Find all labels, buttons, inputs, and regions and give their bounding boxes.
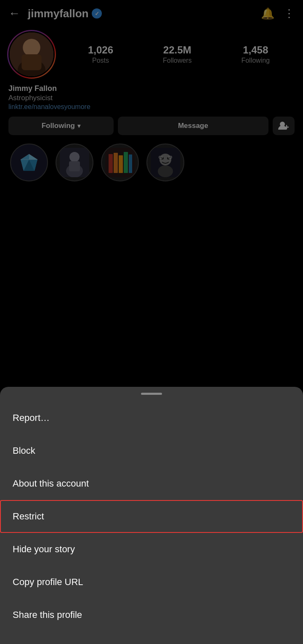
sheet-handle-bar — [141, 393, 162, 395]
block-menu-item[interactable]: Block — [0, 434, 303, 467]
about-account-menu-item[interactable]: About this account — [0, 467, 303, 500]
hide-story-menu-item[interactable]: Hide your story — [0, 533, 303, 566]
restrict-menu-item[interactable]: Restrict — [0, 500, 303, 533]
sheet-menu: Report… Block About this account Restric… — [0, 397, 303, 644]
share-profile-menu-item[interactable]: Share this profile — [0, 599, 303, 631]
copy-url-menu-item[interactable]: Copy profile URL — [0, 566, 303, 599]
dim-overlay — [0, 0, 303, 286]
report-menu-item[interactable]: Report… — [0, 402, 303, 434]
bottom-sheet: Report… Block About this account Restric… — [0, 387, 303, 644]
sheet-handle — [0, 387, 303, 397]
